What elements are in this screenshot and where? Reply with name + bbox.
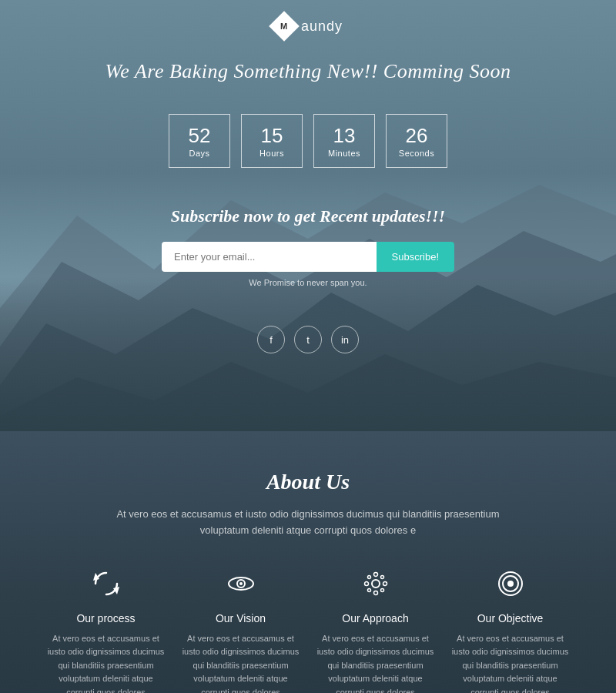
svg-point-13 [364, 581, 368, 585]
countdown-container: 52 Days 15 Hours 13 Minutes 26 Seconds [169, 114, 447, 168]
feature-objective-title: Our Objective [477, 612, 544, 624]
subscribe-section: Subscribe now to get Recent updates!!! S… [15, 206, 601, 287]
svg-marker-3 [0, 285, 616, 431]
about-description: At vero eos et accusamus et iusto odio d… [116, 507, 500, 539]
main-headline: We Are Baking Something New!! Comming So… [105, 60, 511, 83]
seconds-label: Seconds [399, 149, 434, 158]
countdown-hours: 15 Hours [241, 114, 303, 168]
feature-objective-desc: At vero eos et accusamus et iusto odio d… [450, 632, 570, 693]
logo-letter: M [280, 22, 287, 31]
about-section: About Us At vero eos et accusamus et ius… [0, 431, 616, 693]
feature-vision-desc: At vero eos et accusamus et iusto odio d… [181, 632, 300, 693]
email-input[interactable] [162, 242, 377, 272]
svg-point-17 [367, 588, 370, 591]
feature-process-title: Our process [76, 612, 135, 624]
hours-value: 15 [261, 124, 283, 148]
feature-vision: Our Vision At vero eos et accusamus et i… [181, 570, 300, 693]
approach-icon [362, 570, 390, 601]
logo-diamond: M [269, 11, 300, 42]
facebook-icon[interactable]: f [257, 326, 285, 353]
feature-process-desc: At vero eos et accusamus et iusto odio d… [46, 632, 166, 693]
social-icons-group: f t in [257, 326, 359, 353]
countdown-days: 52 Days [169, 114, 230, 168]
svg-point-15 [367, 575, 370, 578]
svg-point-14 [383, 581, 387, 585]
feature-approach-title: Our Approach [342, 612, 408, 624]
feature-process: Our process At vero eos et accusamus et … [46, 570, 166, 693]
linkedin-icon[interactable]: in [331, 326, 359, 353]
days-label: Days [189, 149, 209, 158]
svg-point-12 [373, 591, 377, 594]
about-title: About Us [266, 470, 350, 494]
process-icon [92, 570, 120, 601]
features-grid: Our process At vero eos et accusamus et … [46, 570, 570, 693]
minutes-label: Minutes [328, 149, 360, 158]
feature-approach: Our Approach At vero eos et accusamus et… [316, 570, 435, 693]
objective-icon [497, 570, 524, 601]
spam-note: We Promise to never span you. [249, 278, 367, 287]
logo-name: aundy [301, 18, 343, 35]
minutes-value: 13 [333, 124, 356, 148]
subscribe-form: Subscribe! [162, 242, 454, 272]
svg-point-11 [373, 572, 377, 576]
hours-label: Hours [259, 149, 284, 158]
days-value: 52 [189, 124, 211, 148]
svg-marker-4 [0, 354, 616, 431]
feature-approach-desc: At vero eos et accusamus et iusto odio d… [316, 632, 435, 693]
subscribe-title: Subscribe now to get Recent updates!!! [171, 206, 445, 226]
twitter-icon[interactable]: t [294, 326, 322, 353]
svg-point-21 [507, 581, 514, 587]
feature-vision-title: Our Vision [216, 612, 266, 624]
subscribe-button[interactable]: Subscribe! [377, 242, 454, 272]
svg-point-10 [372, 580, 380, 588]
svg-point-16 [380, 588, 383, 591]
logo-area: M aundy [273, 15, 343, 37]
seconds-value: 26 [406, 124, 428, 148]
countdown-seconds: 26 Seconds [386, 114, 447, 168]
svg-point-18 [380, 575, 383, 578]
svg-point-9 [239, 582, 243, 585]
feature-objective: Our Objective At vero eos et accusamus e… [450, 570, 570, 693]
vision-icon [227, 570, 255, 601]
countdown-minutes: 13 Minutes [313, 114, 375, 168]
hero-section: M aundy We Are Baking Something New!! Co… [0, 0, 616, 431]
